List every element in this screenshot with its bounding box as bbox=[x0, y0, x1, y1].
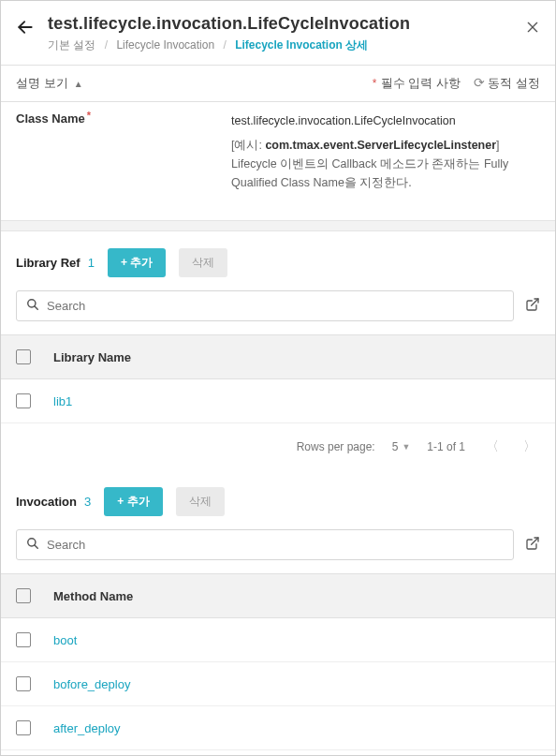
description-toggle-label: 설명 보기 bbox=[16, 75, 68, 92]
delete-invocation-button[interactable]: 삭제 bbox=[176, 487, 225, 516]
breadcrumb-item[interactable]: Lifecycle Invocation bbox=[116, 38, 214, 52]
library-search-input[interactable] bbox=[47, 299, 504, 313]
library-column-header: Library Name bbox=[53, 350, 131, 364]
svg-line-8 bbox=[532, 538, 538, 544]
invocation-table-head: Method Name bbox=[1, 573, 555, 618]
delete-library-button[interactable]: 삭제 bbox=[179, 248, 227, 277]
library-name-link[interactable]: lib1 bbox=[53, 394, 72, 408]
table-row: bofore_deploy bbox=[1, 662, 555, 706]
next-page-icon[interactable]: 〉 bbox=[519, 438, 540, 455]
select-all-checkbox[interactable] bbox=[16, 349, 31, 364]
breadcrumb-current: Lifecycle Invocation 상세 bbox=[235, 38, 368, 52]
table-row: after_deploy bbox=[1, 706, 555, 750]
open-external-icon[interactable] bbox=[525, 297, 540, 316]
description-toggle[interactable]: 설명 보기 ▲ bbox=[16, 75, 83, 92]
dynamic-settings[interactable]: ⟳ 동적 설정 bbox=[474, 75, 540, 92]
row-checkbox[interactable] bbox=[16, 720, 31, 735]
method-name-link[interactable]: bofore_deploy bbox=[53, 677, 130, 691]
subbar: 설명 보기 ▲ *필수 입력 사항 ⟳ 동적 설정 bbox=[1, 66, 555, 101]
library-title: Library Ref bbox=[16, 256, 80, 270]
search-icon bbox=[26, 537, 39, 553]
library-search-box[interactable] bbox=[16, 290, 514, 321]
library-pager: Rows per page: 5▼ 1-1 of 1 〈 〉 bbox=[1, 423, 555, 470]
class-name-label: Class Name* bbox=[16, 111, 231, 192]
breadcrumb: 기본 설정 / Lifecycle Invocation / Lifecycle… bbox=[48, 37, 525, 53]
library-count: 1 bbox=[88, 256, 95, 270]
row-checkbox[interactable] bbox=[16, 632, 31, 647]
rows-per-page-label: Rows per page: bbox=[297, 440, 375, 453]
invocation-section-head: Invocation 3 + 추가 삭제 bbox=[1, 470, 555, 529]
class-name-field: Class Name* test.lifecycle.invocation.Li… bbox=[1, 102, 555, 220]
invocation-title: Invocation bbox=[16, 495, 77, 509]
row-checkbox[interactable] bbox=[16, 676, 31, 691]
required-legend: *필수 입력 사항 bbox=[373, 75, 461, 92]
page-title: test.lifecycle.invocation.LifeCycleInvoc… bbox=[48, 14, 525, 34]
select-all-checkbox[interactable] bbox=[16, 588, 31, 603]
library-section-head: Library Ref 1 + 추가 삭제 bbox=[1, 231, 555, 290]
open-external-icon[interactable] bbox=[525, 536, 540, 555]
add-library-button[interactable]: + 추가 bbox=[108, 248, 166, 277]
svg-line-4 bbox=[35, 306, 38, 310]
invocation-search-input[interactable] bbox=[47, 538, 504, 552]
class-name-value: test.lifecycle.invocation.LifeCycleInvoc… bbox=[231, 111, 540, 130]
row-checkbox[interactable] bbox=[16, 393, 31, 408]
add-invocation-button[interactable]: + 추가 bbox=[104, 487, 162, 516]
chevron-up-icon: ▲ bbox=[74, 79, 83, 89]
page-header: test.lifecycle.invocation.LifeCycleInvoc… bbox=[1, 1, 555, 65]
method-name-link[interactable]: boot bbox=[53, 633, 77, 647]
svg-line-5 bbox=[532, 299, 538, 305]
method-name-link[interactable]: after_deploy bbox=[53, 721, 121, 735]
svg-line-7 bbox=[35, 545, 38, 549]
close-icon[interactable] bbox=[525, 20, 540, 39]
rows-per-page-select[interactable]: 5▼ bbox=[392, 440, 411, 453]
library-table-head: Library Name bbox=[1, 334, 555, 379]
invocation-search-box[interactable] bbox=[16, 529, 514, 560]
search-icon bbox=[26, 298, 39, 314]
invocation-pager: Rows per page: 5▼ 1-3 of 3 〈 〉 bbox=[1, 750, 555, 756]
invocation-column-header: Method Name bbox=[53, 589, 133, 603]
class-name-description: [예시: com.tmax.event.ServerLifecycleLinst… bbox=[231, 139, 508, 189]
back-arrow-icon[interactable] bbox=[16, 18, 35, 41]
invocation-count: 3 bbox=[84, 495, 91, 509]
page-range: 1-1 of 1 bbox=[427, 440, 465, 453]
table-row: boot bbox=[1, 618, 555, 662]
breadcrumb-item[interactable]: 기본 설정 bbox=[48, 38, 95, 52]
chevron-down-icon: ▼ bbox=[402, 442, 410, 452]
refresh-icon: ⟳ bbox=[474, 75, 485, 90]
prev-page-icon[interactable]: 〈 bbox=[482, 438, 503, 455]
table-row: lib1 bbox=[1, 379, 555, 423]
